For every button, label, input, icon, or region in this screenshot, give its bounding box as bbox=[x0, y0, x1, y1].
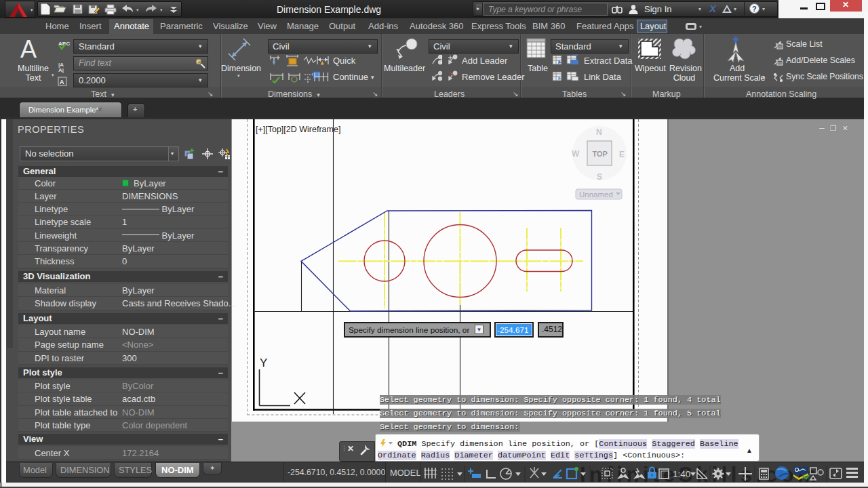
svg-text:Unnamed: Unnamed bbox=[579, 190, 613, 199]
svg-text:A|: A| bbox=[58, 67, 64, 73]
svg-text:▾: ▾ bbox=[136, 7, 139, 12]
svg-text:TOP: TOP bbox=[593, 150, 608, 158]
svg-text:E: E bbox=[619, 150, 625, 159]
svg-text:A: A bbox=[60, 79, 64, 85]
svg-text:W: W bbox=[572, 149, 580, 159]
svg-text:1:40: 1:40 bbox=[673, 469, 690, 479]
svg-text:Y: Y bbox=[260, 357, 267, 369]
svg-text:S: S bbox=[597, 172, 602, 182]
svg-text:N: N bbox=[596, 127, 602, 137]
svg-text:ABC: ABC bbox=[198, 60, 205, 64]
svg-text:▾: ▾ bbox=[160, 7, 163, 12]
